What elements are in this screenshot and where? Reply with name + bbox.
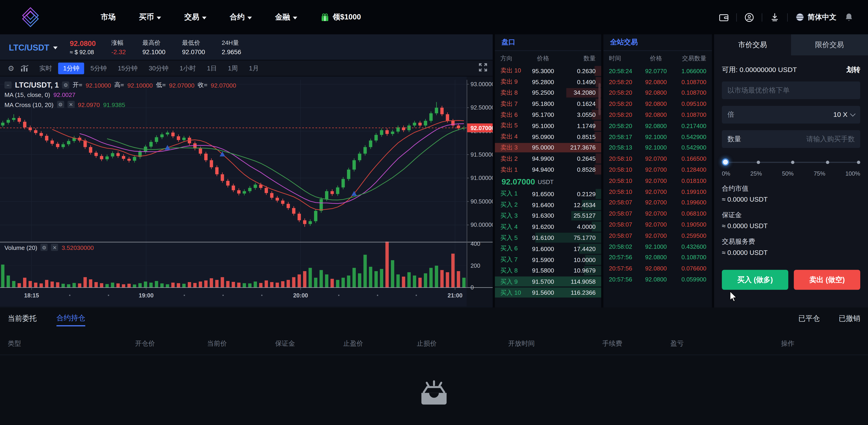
row-price: 95.3000 [524, 67, 563, 74]
interval-tab[interactable]: 15分钟 [113, 62, 143, 74]
price-chart[interactable]: 93.0000092.5000092.0000091.5000091.00000… [0, 76, 493, 306]
sell-short-button[interactable]: 卖出 (做空) [794, 270, 860, 290]
slider-dot-25[interactable] [756, 161, 760, 164]
download-icon[interactable] [770, 12, 779, 22]
order-buttons: 买入 (做多) 卖出 (做空) [722, 270, 860, 290]
interval-tab[interactable]: 1分钟 [58, 62, 84, 74]
market-price-input[interactable]: 以市场最优价格下单 [722, 81, 860, 99]
chart-settings-icon[interactable]: ⚙ [5, 63, 17, 74]
orderbook-row-buy[interactable]: 买入 391.630025.5127 [495, 210, 601, 221]
orderbook-row-buy[interactable]: 买入 791.590010.0000 [495, 254, 601, 265]
nav-item[interactable]: 市场 [101, 12, 116, 22]
indicators-icon[interactable] [19, 63, 30, 74]
pair-selector[interactable]: LTC/USDT [9, 42, 58, 52]
language-label: 简体中文 [808, 12, 836, 22]
row-qty: 0.1490 [562, 78, 601, 85]
amount-input[interactable]: 数量 请输入购买手数 [722, 130, 860, 148]
slider-dot-100[interactable] [857, 161, 861, 164]
amount-slider[interactable] [722, 159, 860, 166]
nav-item[interactable]: 合约 [230, 12, 252, 22]
orderbook-row-buy[interactable]: 买入 991.5700114.9058 [495, 276, 601, 287]
row-price: 95.1800 [524, 101, 563, 107]
orderbook-row-sell[interactable]: 卖出 795.18000.1624 [495, 98, 601, 109]
orderbook-row-buy[interactable]: 买入 691.600017.4420 [495, 243, 601, 254]
slider-thumb[interactable] [722, 159, 729, 166]
orderbook-row-sell[interactable]: 卖出 495.09000.8515 [495, 131, 601, 142]
orderbook-row-sell[interactable]: 卖出 194.94000.8528 [495, 164, 601, 175]
svg-text:400: 400 [470, 240, 480, 247]
interval-tab[interactable]: 1日 [202, 62, 222, 74]
chevron-down-icon [202, 16, 207, 19]
orderbook-row-buy[interactable]: 买入 891.580010.9679 [495, 265, 601, 276]
orderbook-row-buy[interactable]: 买入 591.610075.1770 [495, 232, 601, 243]
row-price: 91.6300 [524, 213, 563, 219]
language-switcher[interactable]: 简体中文 [796, 12, 836, 22]
row-price: 94.9400 [524, 166, 563, 173]
orderbook-row-sell[interactable]: 卖出 695.17003.0550 [495, 109, 601, 120]
collapse-icon[interactable]: − [4, 81, 12, 89]
trading-app: 市场买币交易合约金融 领$1000 [0, 0, 868, 425]
interval-tab[interactable]: 1月 [244, 62, 264, 74]
candlestick-chart[interactable]: 93.0000092.5000092.0000091.5000091.00000… [0, 76, 493, 306]
tab-limit-order[interactable]: 限价交易 [791, 34, 868, 55]
leverage-select[interactable]: 倍 10 X [722, 106, 860, 124]
row-direction: 卖出 8 [495, 89, 524, 97]
bell-icon[interactable] [844, 12, 854, 22]
interval-tab[interactable]: 5分钟 [86, 62, 112, 74]
bonus-button[interactable]: 领$1000 [320, 12, 361, 22]
tab-market-order[interactable]: 市价交易 [714, 34, 791, 55]
pair-name: LTC/USDT [9, 42, 49, 52]
slider-dot-50[interactable] [791, 161, 795, 164]
wallet-icon[interactable] [719, 12, 728, 22]
gear-icon[interactable]: ⚙ [41, 244, 48, 251]
orderbook-row-sell[interactable]: 卖出 294.99000.2645 [495, 153, 601, 164]
close-icon[interactable]: ✕ [67, 101, 75, 108]
svg-text:91.50000: 91.50000 [470, 151, 493, 158]
transfer-link[interactable]: 划转 [846, 65, 860, 75]
tab-contract-positions[interactable]: 合约持仓 [56, 311, 85, 327]
trade-row: 20:57:5692.08000.076600 [603, 263, 712, 274]
nav-item[interactable]: 买币 [139, 12, 161, 22]
closed-positions-link[interactable]: 已平仓 [798, 314, 820, 324]
navbar-right: 简体中文 [719, 12, 854, 22]
orderbook-row-sell[interactable]: 卖出 595.10001.1749 [495, 120, 601, 131]
row-direction: 卖出 5 [495, 122, 524, 130]
nav-menu: 市场买币交易合约金融 [101, 12, 297, 22]
gear-icon[interactable]: ⚙ [57, 101, 64, 108]
info-label: 合约市值 [722, 184, 860, 193]
tab-open-orders[interactable]: 当前委托 [8, 311, 36, 326]
fullscreen-icon[interactable] [479, 63, 487, 73]
orderbook-row-sell[interactable]: 卖出 895.250034.2080 [495, 87, 601, 98]
interval-tab[interactable]: 1小时 [175, 62, 201, 74]
user-icon[interactable] [745, 12, 754, 22]
interval-tab[interactable]: 1周 [223, 62, 243, 74]
orderbook-row-sell[interactable]: 卖出 995.28000.1490 [495, 76, 601, 87]
close-icon[interactable]: ✕ [51, 244, 59, 251]
trade-row: 20:58:2092.08000.217400 [603, 120, 712, 131]
ticker-stat: 最低价92.0700 [182, 39, 205, 56]
orderbook-row-buy[interactable]: 买入 1091.5600116.2366 [495, 287, 601, 298]
nav-item[interactable]: 金融 [275, 12, 297, 22]
interval-tab[interactable]: 30分钟 [144, 62, 174, 74]
chevron-down-icon [293, 16, 297, 19]
globe-icon [796, 13, 805, 22]
interval-tab[interactable]: 实时 [34, 62, 57, 74]
orderbook-row-sell[interactable]: 卖出 395.0000217.3676 [495, 142, 601, 153]
buy-long-button[interactable]: 买入 (做多) [722, 270, 788, 290]
orderbook-row-sell[interactable]: 卖出 1095.30000.2630 [495, 65, 601, 76]
trade-row: 20:58:1092.07000.128400 [603, 164, 712, 175]
svg-text:0: 0 [470, 284, 474, 290]
cancelled-orders-link[interactable]: 已撤销 [839, 314, 861, 324]
svg-text:21:00: 21:00 [448, 292, 463, 299]
gear-icon[interactable]: ⚙ [62, 81, 69, 89]
orderbook-row-buy[interactable]: 买入 291.640012.4534 [495, 199, 601, 210]
navbar: 市场买币交易合约金融 领$1000 [0, 0, 868, 34]
orderbook-row-buy[interactable]: 买入 491.62004.0000 [495, 221, 601, 232]
orderbook-scrollbar[interactable] [598, 83, 601, 115]
nav-item[interactable]: 交易 [184, 12, 207, 22]
row-qty: 0.1624 [562, 101, 601, 107]
orderbook-row-buy[interactable]: 买入 191.65000.2129 [495, 188, 601, 199]
slider-dot-75[interactable] [826, 161, 829, 164]
positions-table-header: 类型开仓价当前价保证金止盈价止损价开放时间手续费盈亏操作 [0, 333, 868, 355]
row-price: 95.2500 [524, 89, 563, 96]
